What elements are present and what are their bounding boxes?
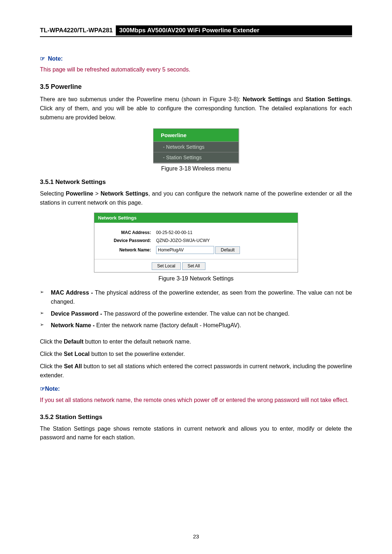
bold-mac-address: MAC Address - xyxy=(51,290,93,296)
chevron-right-icon: ➢ xyxy=(40,309,51,319)
section-3-5-2-heading: 3.5.2 Station Settings xyxy=(40,414,352,421)
note-1-label: Note: xyxy=(48,56,63,62)
text: button to set all stations which entered… xyxy=(40,363,352,378)
list-item: ➢ Device Password - The password of the … xyxy=(40,309,352,319)
text: Selecting xyxy=(40,190,66,197)
bold-set-local: Set Local xyxy=(64,351,90,357)
text: > xyxy=(93,190,101,197)
bold-set-all: Set All xyxy=(64,363,82,369)
note-1-body: This page will be refreshed automaticall… xyxy=(40,66,352,73)
powerline-menu-figure: Powerline - Network Settings - Station S… xyxy=(153,128,239,163)
section-3-5-heading: 3.5 Powerline xyxy=(40,83,352,91)
doc-header: TL-WPA4220/TL-WPA281 300Mbps AV500/AV200… xyxy=(40,25,352,37)
click-default-text: Click the Default button to enter the de… xyxy=(40,337,352,346)
note-2-label: Note: xyxy=(45,386,60,392)
note-1-header: ☞Note: xyxy=(40,55,352,62)
header-model: TL-WPA4220/TL-WPA281 xyxy=(40,25,116,36)
text: Click the xyxy=(40,363,64,369)
hand-icon: ☞ xyxy=(40,55,45,62)
text: button to set the powerline extender. xyxy=(90,351,185,357)
mac-address-value: 00-25-52-00-00-11 xyxy=(154,229,242,237)
set-all-button[interactable]: Set All xyxy=(182,262,205,270)
network-name-label: Network Name: xyxy=(100,245,154,255)
page-number: 23 xyxy=(0,533,392,539)
figure-3-18-caption: Figure 3-18 Wireless menu xyxy=(40,165,352,172)
text: button to enter the default network name… xyxy=(83,338,191,345)
text: There are two submenus under the Powerli… xyxy=(40,96,243,102)
header-product: 300Mbps AV500/AV200 WiFi Powerline Exten… xyxy=(116,25,352,36)
device-password-label: Device Password: xyxy=(100,237,154,245)
section-3-5-1-heading: 3.5.1 Network Settings xyxy=(40,178,352,186)
default-button[interactable]: Default xyxy=(215,246,240,254)
section-3-5-1-intro: Selecting Powerline > Network Settings, … xyxy=(40,189,352,208)
hand-icon: ☞ xyxy=(40,386,45,392)
menu-item-station-settings[interactable]: - Station Settings xyxy=(154,152,238,163)
text: The physical address of the powerline ex… xyxy=(51,290,352,305)
note-2-body: If you set all stations network name, th… xyxy=(40,396,352,405)
text: Click the xyxy=(40,351,64,357)
list-item: ➢ MAC Address - The physical address of … xyxy=(40,288,352,307)
mac-address-label: MAC Address: xyxy=(100,229,154,237)
device-password-value: QZND-JOZO-SWJA-UCWY xyxy=(154,237,242,245)
section-3-5-intro: There are two submenus under the Powerli… xyxy=(40,95,352,122)
panel-title: Network Settings xyxy=(94,213,298,223)
bold-network-name: Network Name - xyxy=(51,322,95,328)
click-set-local-text: Click the Set Local button to set the po… xyxy=(40,350,352,358)
text: Enter the network name (factory default … xyxy=(95,322,241,328)
bullet-list: ➢ MAC Address - The physical address of … xyxy=(40,288,352,330)
section-3-5-2-intro: The Station Settings page shows remote s… xyxy=(40,424,352,443)
bold-device-password: Device Password - xyxy=(51,311,102,317)
bold-network-settings: Network Settings xyxy=(101,190,148,197)
chevron-right-icon: ➢ xyxy=(40,321,51,330)
set-local-button[interactable]: Set Local xyxy=(152,262,181,270)
menu-item-network-settings[interactable]: - Network Settings xyxy=(154,142,238,152)
figure-3-19-caption: Figure 3-19 Network Settings xyxy=(40,275,352,282)
bold-default: Default xyxy=(64,338,83,345)
text: and xyxy=(291,96,306,102)
bold-network-settings: Network Settings xyxy=(243,96,291,102)
text: The password of the powerline extender. … xyxy=(102,311,289,317)
list-item: ➢ Network Name - Enter the network name … xyxy=(40,321,352,330)
menu-header[interactable]: Powerline xyxy=(154,129,238,142)
network-settings-panel: Network Settings MAC Address: 00-25-52-0… xyxy=(94,213,298,272)
note-2-header: ☞Note: xyxy=(40,385,352,392)
text: Click the xyxy=(40,338,64,345)
bold-powerline: Powerline xyxy=(66,190,93,197)
click-set-all-text: Click the Set All button to set all stat… xyxy=(40,362,352,380)
network-name-input[interactable] xyxy=(156,246,214,254)
bold-station-settings: Station Settings xyxy=(306,96,351,102)
chevron-right-icon: ➢ xyxy=(40,288,51,307)
